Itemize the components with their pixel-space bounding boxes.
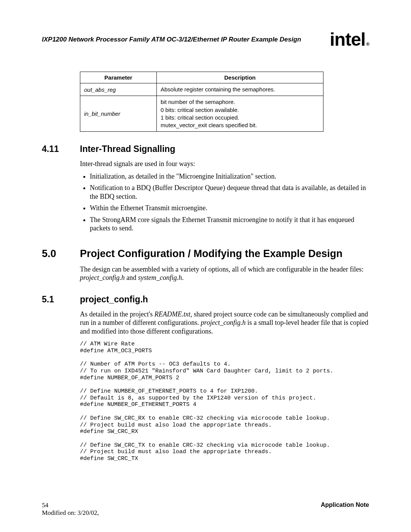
section-51-body: As detailed in the project's README.txt,… [42, 310, 369, 462]
text: The design can be assembled with a varie… [80, 265, 363, 273]
filename: README.txt [155, 310, 190, 318]
paragraph: As detailed in the project's README.txt,… [80, 310, 369, 336]
section-title: Inter-Thread Signalling [80, 144, 175, 154]
list-item: Notification to a BDQ (Buffer Descriptor… [90, 184, 369, 201]
paragraph: The design can be assembled with a varie… [80, 265, 369, 282]
page-footer: 54 Modified on: 3/20/02, Application Not… [42, 502, 369, 517]
desc-line: 0 bits: critical section available. [161, 106, 319, 114]
desc-line: bit number of the semaphore. [161, 98, 319, 106]
section-heading-51: 5.1 project_config.h [42, 294, 369, 305]
section-number: 4.11 [42, 144, 80, 154]
section-50-body: The design can be assembled with a varie… [42, 265, 369, 282]
footer-left: 54 Modified on: 3/20/02, [42, 502, 99, 517]
param-name: out_abs_reg [80, 83, 157, 96]
bullet-list: Initialization, as detailed in the "Micr… [80, 172, 369, 233]
param-name: in_bit_number [80, 96, 157, 132]
table-header-description: Description [157, 72, 323, 83]
list-item: The StrongARM core signals the Ethernet … [90, 216, 369, 233]
section-411-body: Inter-thread signals are used in four wa… [42, 160, 369, 233]
list-item: Within the Ethernet Transmit microengine… [90, 204, 369, 212]
section-heading-50: 5.0 Project Configuration / Modifying th… [42, 248, 369, 260]
content-area: Parameter Description out_abs_reg Absolu… [42, 72, 369, 132]
registered-mark: ® [366, 42, 369, 46]
filename: project_config.h [201, 319, 246, 326]
running-title: IXP1200 Network Processor Family ATM OC-… [42, 36, 301, 43]
section-number: 5.0 [42, 248, 80, 260]
text: . [182, 274, 184, 281]
section-heading-411: 4.11 Inter-Thread Signalling [42, 144, 369, 154]
footer-right: Application Note [321, 502, 369, 517]
desc-line: Absolute register containing the semapho… [161, 86, 319, 93]
list-item: Initialization, as detailed in the "Micr… [90, 172, 369, 181]
table-row: out_abs_reg Absolute register containing… [80, 83, 323, 96]
code-block: // ATM Wire Rate #define ATM_OC3_PORTS /… [80, 341, 369, 462]
section-title: Project Configuration / Modifying the Ex… [80, 248, 342, 260]
running-head: IXP1200 Network Processor Family ATM OC-… [42, 30, 369, 49]
filename: system_config.h [138, 274, 182, 281]
paragraph: Inter-thread signals are used in four wa… [80, 160, 369, 168]
desc-line: mutex_vector_exit clears specified bit. [161, 121, 319, 129]
param-desc: Absolute register containing the semapho… [157, 83, 323, 96]
logo-text: intel [330, 30, 365, 49]
modified-date: Modified on: 3/20/02, [42, 509, 99, 517]
intel-logo: intel ® [330, 30, 369, 49]
filename: project_config.h [80, 274, 125, 281]
table-header-parameter: Parameter [80, 72, 157, 83]
table-row: in_bit_number bit number of the semaphor… [80, 96, 323, 132]
desc-line: 1 bits: critical section occupied. [161, 114, 319, 121]
section-number: 5.1 [42, 294, 80, 305]
parameter-table: Parameter Description out_abs_reg Absolu… [80, 72, 323, 132]
text: and [125, 274, 138, 281]
page: IXP1200 Network Processor Family ATM OC-… [0, 0, 411, 532]
param-desc: bit number of the semaphore. 0 bits: cri… [157, 96, 323, 132]
section-title: project_config.h [80, 294, 148, 305]
page-number: 54 [42, 502, 99, 509]
text: As detailed in the project's [80, 310, 155, 318]
